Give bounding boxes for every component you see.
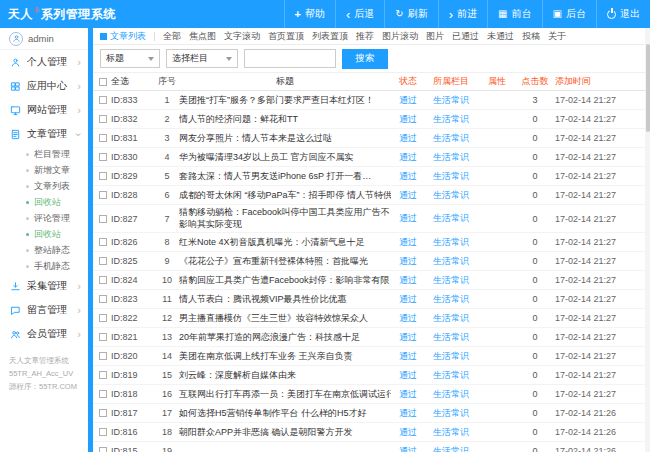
sidebar-item-collect-manage[interactable]: 采集管理› [0,274,88,298]
article-title[interactable]: 网友分享照片：情人节本来是这么过哒 [179,132,391,145]
category-link[interactable]: 生活常识 [425,274,477,287]
scrollbar-thumb[interactable] [646,44,650,132]
article-title[interactable]: 《花花公子》宣布重新刊登裸体特照：首批曝光 [179,255,391,268]
status-link[interactable]: 通过 [391,350,425,363]
row-checkbox[interactable] [99,447,107,452]
filter-link[interactable]: 列表置顶 [312,30,348,43]
search-field-select[interactable]: 标题 [100,49,160,68]
category-link[interactable]: 生活常识 [425,407,477,420]
row-checkbox[interactable] [99,295,107,303]
filter-link[interactable]: 未通过 [487,30,514,43]
sidebar-item-website-manage[interactable]: 网站管理› [0,98,88,122]
row-checkbox[interactable] [99,276,107,284]
article-title[interactable]: 美团推“打车”服务？多部门要求严查日本红灯区！ [179,94,391,107]
front-site-button[interactable]: 前台 [487,0,541,28]
filter-link[interactable]: 首页置顶 [268,30,304,43]
sidebar-subitem-recycle-bin[interactable]: 回收站 [0,194,88,210]
article-title[interactable]: 成都的哥太休闲 “移动PaPa车”：招手即停 情人节特供 [179,189,391,202]
row-checkbox[interactable] [99,115,107,123]
back-button[interactable]: 后退 [335,0,384,28]
help-button[interactable]: 帮助 [284,0,335,28]
row-checkbox[interactable] [99,314,107,322]
category-link[interactable]: 生活常识 [425,94,477,107]
status-link[interactable]: 通过 [391,113,425,126]
vertical-scrollbar[interactable] [645,28,650,452]
select-all-checkbox[interactable] [99,78,107,86]
category-link[interactable]: 生活常识 [425,312,477,325]
category-link[interactable]: 生活常识 [425,113,477,126]
search-input[interactable] [244,49,336,68]
row-checkbox[interactable] [99,153,107,161]
row-checkbox[interactable] [99,409,107,417]
sidebar-subitem-category-manage[interactable]: 栏目管理 [0,146,88,162]
row-checkbox[interactable] [99,96,107,104]
sidebar-subitem-comment-manage[interactable]: 评论管理 [0,210,88,226]
article-title[interactable]: 如何选择H5营销传单制作平台 什么样的H5才好 [179,407,391,420]
category-link[interactable]: 生活常识 [425,293,477,306]
row-checkbox[interactable] [99,371,107,379]
row-checkbox[interactable] [99,134,107,142]
article-title[interactable]: 美团在南京低调上线打车业务 王兴亲自负责 [179,350,391,363]
category-link[interactable]: 生活常识 [425,426,477,439]
filter-link[interactable]: 投稿 [522,30,540,43]
filter-link[interactable]: 推荐 [356,30,374,43]
article-title[interactable]: 情人节表白：腾讯视频VIP最具性价比优惠 [179,293,391,306]
article-title[interactable]: 男主播直播模仿《三生三世》妆容特效惊呆众人 [179,312,391,325]
sidebar-subitem-article-list[interactable]: 文章列表 [0,178,88,194]
sidebar-item-member-manage[interactable]: 会员管理› [0,322,88,346]
status-link[interactable]: 通过 [391,293,425,306]
sidebar-item-message-manage[interactable]: 留言管理› [0,298,88,322]
logout-button[interactable]: 退出 [596,0,650,28]
category-link[interactable]: 生活常识 [425,388,477,401]
row-checkbox[interactable] [99,215,107,223]
filter-link[interactable]: 图片 [426,30,444,43]
sidebar-item-article-manage[interactable]: 文章管理› [0,122,88,146]
backend-button[interactable]: 后台 [542,0,596,28]
article-title[interactable]: 刘云峰：深度解析自媒体由来 [179,369,391,382]
filter-link[interactable]: 图片滚动 [382,30,418,43]
status-link[interactable]: 通过 [391,426,425,439]
status-link[interactable]: 通过 [391,255,425,268]
user-row[interactable]: admin [0,28,88,50]
sidebar-subitem-comment-recycle-bin[interactable]: 回收站 [0,226,88,242]
status-link[interactable]: 通过 [391,236,425,249]
article-title[interactable]: 套路太深：情人节男友送iPhone 6sP 打开一看… [179,170,391,183]
tab-article-list[interactable]: 文章列表 [100,30,146,43]
category-link[interactable]: 生活常识 [425,369,477,382]
row-checkbox[interactable] [99,428,107,436]
sidebar-item-app-center[interactable]: 应用中心› [0,74,88,98]
article-title[interactable]: 猎豹回应工具类广告遭Facebook封停：影响非常有限 [179,274,391,287]
row-checkbox[interactable] [99,390,107,398]
status-link[interactable]: 通过 [391,189,425,202]
row-checkbox[interactable] [99,333,107,341]
filter-link[interactable]: 文字滚动 [224,30,260,43]
filter-link[interactable]: 焦点图 [189,30,216,43]
filter-link[interactable]: 关于 [548,30,566,43]
category-link[interactable]: 生活常识 [425,350,477,363]
category-link[interactable]: 生活常识 [425,170,477,183]
sidebar-item-personal-manage[interactable]: 个人管理› [0,50,88,74]
status-link[interactable]: 通过 [391,132,425,145]
article-title[interactable]: 20年前苹果打造的网恋浪漫广告：科技感十足 [179,331,391,344]
category-link[interactable]: 生活常识 [425,331,477,344]
category-link[interactable]: 生活常识 [425,151,477,164]
filter-link[interactable]: 已通过 [452,30,479,43]
category-link[interactable]: 生活常识 [425,236,477,249]
row-checkbox[interactable] [99,191,107,199]
status-link[interactable]: 通过 [391,388,425,401]
status-link[interactable]: 通过 [391,170,425,183]
sidebar-subitem-site-static[interactable]: 整站静态 [0,242,88,258]
category-link[interactable]: 生活常识 [425,255,477,268]
category-link[interactable]: 生活常识 [425,189,477,202]
article-title[interactable]: 朝阳群众APP并非恶搞 确认是朝阳警方开发 [179,426,391,439]
forward-button[interactable]: 前进 [438,0,487,28]
status-link[interactable]: 通过 [391,94,425,107]
status-link[interactable]: 通过 [391,331,425,344]
status-link[interactable]: 通过 [391,274,425,287]
category-link[interactable]: 生活常识 [425,212,477,225]
status-link[interactable]: 通过 [391,369,425,382]
article-title[interactable]: 猎豹移动躺枪：Facebook叫停中国工具类应用广告不影响其实际变现 [179,205,391,232]
status-link[interactable]: 通过 [391,151,425,164]
filter-link[interactable]: 全部 [163,30,181,43]
article-title[interactable]: 华为被曝清理34岁以上员工 官方回应不属实 [179,151,391,164]
